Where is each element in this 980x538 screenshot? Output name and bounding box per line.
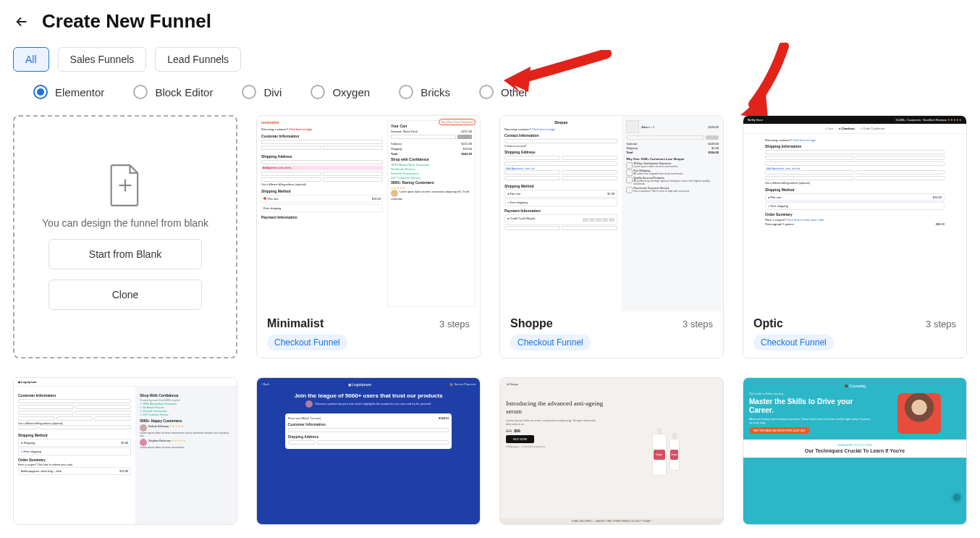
preview-link: Click here to login [532,127,555,131]
preview-text: Flat rate [510,192,521,196]
radio-other[interactable]: Other [479,85,528,99]
preview-text: Subtotal [626,142,637,146]
preview-price: $70.00 [119,469,128,473]
template-preview: 🛍 My Store15,000+ Customers · Excellent … [743,116,966,311]
preview-text: Lorem ipsum dolor sit amet consectetur. [140,446,185,449]
preview-text: 15,000+ Customers · Excellent Reviews [895,118,947,122]
template-steps: 3 steps [926,319,956,329]
preview-brand: Logoipsum [21,380,37,384]
back-button[interactable] [13,13,30,30]
clone-button[interactable]: Clone [48,279,203,310]
preview-text: Have a coupon? [765,218,786,222]
preview-price: $10.00 [933,196,942,199]
preview-heading: Shipping Method [504,184,617,188]
preview-text: Shipping [391,147,402,151]
radio-bricks[interactable]: Bricks [399,85,450,99]
radio-label: Oxygen [332,86,370,98]
template-card-courselog[interactable]: 🎓 Courselog The Leader in Online Learnin… [743,377,967,525]
template-title: Optic [753,317,783,330]
preview-text: Returning customer? [504,127,531,131]
preview-heading: Our Techniques Crucial To Learn If You'r… [748,448,962,453]
radio-block-editor[interactable]: Block Editor [133,85,213,99]
preview-heading: Introducing the advanced anti-ageing ser… [506,400,609,416]
scroll-top-icon [953,494,960,501]
preview-text: The Leader in Online Learning [749,392,874,395]
preview-price: $1.00 [607,192,614,196]
preview-text: Lorem ipsum dolor sit amet consectetur c… [140,432,229,437]
preview-text: Free shipping [263,206,281,210]
preview-text: Minimum theory and maximum practice. Sol… [749,417,874,424]
blank-description: You can design the funnel from blank [42,217,208,229]
preview-text: Returning customer? [261,127,288,131]
radio-label: Other [501,86,528,98]
preview-heading: Join the league of 5000+ users that trus… [293,392,443,399]
preview-price: $5.00 [121,441,128,445]
template-card-shoppe[interactable]: Shoppe Returning customer? Click here to… [499,115,724,358]
preview-text: Cart [827,127,833,130]
template-card-minimalist[interactable]: Flat One Cent Checkout minimalist Return… [256,115,481,358]
tab-all[interactable]: All [13,47,49,72]
preview-text: All orders are shipped from local wareho… [633,172,683,175]
preview-heading: Shop with Confidence [391,157,472,161]
preview-text: Free shipping [24,450,41,453]
arrow-left-icon [14,14,30,30]
preview-text: Snowser Skate Deck [391,130,418,133]
template-steps: 3 steps [439,319,470,329]
preview-text: Lorem ipsum dolor sit amet consectetur. [633,165,678,168]
preview-heading: Payment Information [261,215,383,219]
page-title: Create New Funnel [42,10,211,33]
preview-heading: 5000+ Happy Customers [140,419,232,423]
preview-heading: Master the Skills to Drive your Career. [749,398,874,415]
preview-price: $104.00 [709,151,719,154]
preview-text: Free shipping [510,201,528,204]
preview-price: $103.00 [709,142,719,146]
template-preview: Shoppe Returning customer? Click here to… [500,116,723,311]
preview-heading: Customer Information [18,393,131,398]
tab-lead-funnels[interactable]: Lead Funnels [155,47,241,72]
template-card-optic[interactable]: 🛍 My Store15,000+ Customers · Excellent … [743,115,967,358]
preview-text: Utopia [670,450,678,460]
template-card-logoipsum-1[interactable]: ◆ Logoipsum Customer Information Use a d… [13,377,237,525]
template-footer: Shoppe 3 steps Checkout Funnel [500,311,723,358]
preview-text: Have a coupon? Click here to redeem your… [18,463,131,466]
preview-link: Click here to login [793,138,816,142]
preview-heading: Shop With Confidence [140,393,232,398]
preview-text: 100% Money Back Guarantee [143,403,177,405]
preview-badge: Flat One Cent Checkout [439,119,476,125]
preview-heading: Customer Information [288,422,449,426]
radio-elementor[interactable]: Elementor [33,85,104,99]
preview-heading: Shipping Method [18,433,131,437]
preview-brand: Logoipsum [352,382,371,387]
preview-heading: Order Summary [765,212,945,217]
preview-banner: FREE DELIVERY + LIMITED TIME OFFER WHEN … [500,518,723,524]
radio-label: Bricks [421,86,450,98]
preview-price: $222.30 [462,130,472,133]
preview-heading: Shipping Address [504,150,617,154]
radio-oxygen[interactable]: Oxygen [311,85,370,99]
template-card-utopia[interactable]: 𝒰. Utopia Introducing the advanced anti-… [499,377,724,525]
preview-photo [897,393,941,434]
radio-divi[interactable]: Divi [242,85,282,99]
preview-heading: Shipping Address [288,434,449,439]
template-card-logoipsum-2[interactable]: ‹ Back◉ Logoipsum🔒 Secure Payment Join t… [256,377,481,525]
preview-text: Checkout [842,127,855,130]
preview-price: $88.00 [936,222,945,226]
preview-text: Lorem ipsum dolor sit amet, consectetur … [391,190,469,201]
preview-text: Shipping [626,146,638,150]
preview-text: Lorem ipsum dolor sit amet, consectetur … [506,419,609,426]
preview-text: Total [626,151,633,154]
template-badge: Checkout Funnel [510,335,591,350]
page-header: Create New Funnel [13,10,967,33]
radio-icon [242,85,256,99]
preview-brand: My Store [751,118,763,122]
preview-text: 24/7 Customer Service [391,176,472,180]
tab-sales-funnels[interactable]: Sales Funnels [58,47,147,72]
preview-price: $10.00 [463,147,472,151]
preview-text: Total [391,152,397,156]
preview-text: Stephen Patterson [148,440,171,442]
preview-text: Dakota Galloway [148,425,169,428]
radio-icon [311,85,325,99]
preview-price: $242.30 [462,152,472,156]
start-from-blank-button[interactable]: Start from Blank [48,239,203,269]
preview-price: $99 [514,429,520,433]
